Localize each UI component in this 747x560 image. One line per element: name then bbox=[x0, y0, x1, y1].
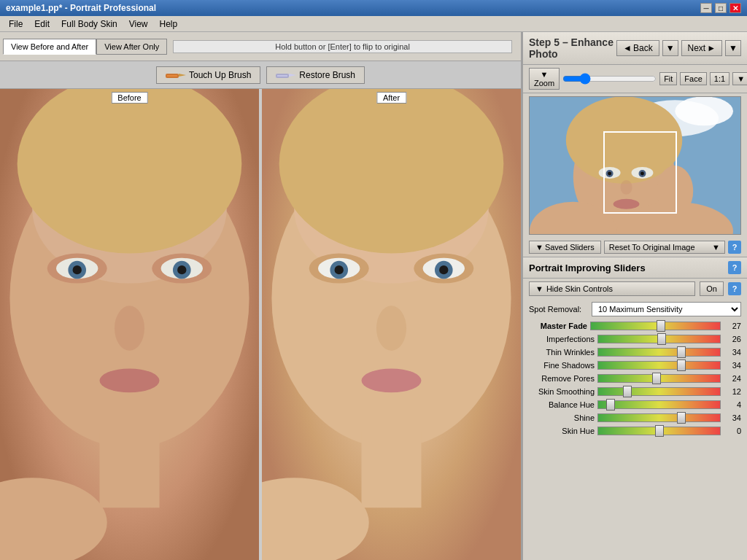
nav-dropdown-button[interactable]: ▼ bbox=[662, 40, 678, 56]
svg-marker-4 bbox=[289, 74, 296, 77]
reset-label: Reset To Original Image bbox=[609, 243, 695, 252]
menu-help[interactable]: Help bbox=[154, 18, 184, 31]
back-button[interactable]: ◄ Back bbox=[616, 40, 659, 56]
menu-edit[interactable]: Edit bbox=[28, 18, 55, 31]
slider-track-7[interactable] bbox=[597, 413, 721, 422]
slider-value-4: 24 bbox=[724, 374, 741, 383]
nav-buttons: ◄ Back ▼ Next ► ▼ bbox=[616, 40, 741, 56]
skin-controls-on-button[interactable]: On bbox=[700, 281, 724, 296]
next-dropdown-button[interactable]: ▼ bbox=[725, 40, 741, 56]
slider-row: Balance Hue4 bbox=[523, 398, 747, 411]
slider-label-6: Balance Hue bbox=[529, 400, 595, 409]
slider-thumb-7[interactable] bbox=[677, 412, 686, 424]
skin-controls-bar: ▼ Hide Skin Controls On ? bbox=[523, 279, 747, 299]
slider-value-7: 34 bbox=[724, 413, 741, 422]
slider-value-0: 27 bbox=[724, 322, 741, 330]
back-label: Back bbox=[633, 43, 653, 53]
menu-file[interactable]: File bbox=[3, 18, 28, 31]
view-toolbar: View Before and After View After Only Ho… bbox=[0, 32, 521, 61]
zoom-face-button[interactable]: Face bbox=[680, 72, 706, 85]
titlebar: example1.pp* - Portrait Professional ─ □… bbox=[0, 0, 747, 16]
slider-track-1[interactable] bbox=[597, 335, 721, 343]
slider-value-5: 12 bbox=[724, 387, 741, 396]
saved-sliders-button[interactable]: ▼ Saved Sliders bbox=[529, 241, 601, 254]
svg-marker-1 bbox=[179, 74, 186, 77]
slider-label-4: Remove Pores bbox=[529, 374, 595, 383]
reset-help-button[interactable]: ? bbox=[728, 241, 741, 254]
menu-fullbodyskin[interactable]: Full Body Skin bbox=[55, 18, 123, 31]
svg-point-17 bbox=[99, 368, 159, 392]
slider-track-8[interactable] bbox=[597, 427, 721, 435]
skin-controls-help-button[interactable]: ? bbox=[728, 282, 741, 295]
restore-brush-icon bbox=[276, 69, 296, 81]
menu-view[interactable]: View bbox=[123, 18, 154, 31]
slider-value-6: 4 bbox=[724, 400, 741, 409]
slider-track-4[interactable] bbox=[597, 374, 721, 383]
next-arrow-icon: ► bbox=[707, 43, 716, 53]
touch-up-brush-button[interactable]: Touch Up Brush bbox=[156, 66, 260, 84]
slider-track-2[interactable] bbox=[597, 348, 721, 357]
next-button[interactable]: Next ► bbox=[681, 40, 723, 56]
skin-controls-triangle-icon: ▼ bbox=[535, 284, 543, 293]
hide-skin-controls-button[interactable]: ▼ Hide Skin Controls bbox=[529, 281, 695, 296]
svg-point-35 bbox=[262, 478, 369, 560]
slider-row: Remove Pores24 bbox=[523, 372, 747, 385]
slider-thumb-6[interactable] bbox=[606, 399, 615, 411]
svg-point-15 bbox=[177, 265, 186, 274]
zoom-fit-button[interactable]: Fit bbox=[659, 72, 677, 85]
slider-thumb-3[interactable] bbox=[677, 359, 686, 371]
before-panel: Before bbox=[0, 89, 259, 560]
sliders-help-button[interactable]: ? bbox=[728, 261, 741, 274]
svg-point-30 bbox=[439, 265, 448, 274]
after-image bbox=[262, 89, 521, 560]
before-image bbox=[0, 89, 259, 560]
slider-track-3[interactable] bbox=[597, 361, 721, 370]
maximize-button[interactable]: □ bbox=[715, 3, 727, 13]
slider-label-3: Fine Shadows bbox=[529, 361, 595, 370]
sliders-header: Portrait Improving Sliders ? bbox=[523, 257, 747, 279]
view-after-only-button[interactable]: View After Only bbox=[96, 39, 167, 55]
slider-thumb-1[interactable] bbox=[657, 333, 666, 345]
saved-sliders-label: Saved Sliders bbox=[545, 243, 595, 252]
slider-thumb-8[interactable] bbox=[655, 425, 664, 437]
restore-brush-label: Restore Brush bbox=[299, 70, 355, 80]
slider-track-5[interactable] bbox=[597, 387, 721, 396]
slider-label-7: Shine bbox=[529, 413, 595, 422]
title-text: example1.pp* - Portrait Professional bbox=[6, 3, 156, 13]
minimize-button[interactable]: ─ bbox=[700, 3, 712, 13]
close-button[interactable]: ✕ bbox=[729, 3, 741, 13]
view-before-after-button[interactable]: View Before and After bbox=[3, 39, 96, 55]
zoom-1to1-button[interactable]: 1:1 bbox=[710, 72, 729, 85]
svg-point-13 bbox=[73, 265, 82, 274]
spot-removal-select[interactable]: 10 Maximum Sensitivity bbox=[592, 302, 741, 316]
after-label: After bbox=[376, 92, 406, 104]
svg-point-31 bbox=[376, 306, 406, 351]
back-arrow-icon: ◄ bbox=[623, 43, 632, 53]
slider-value-3: 34 bbox=[724, 361, 741, 370]
slider-label-5: Skin Smoothing bbox=[529, 387, 595, 396]
main-container: View Before and After View After Only Ho… bbox=[0, 32, 747, 560]
reset-dropdown-icon: ▼ bbox=[712, 243, 720, 252]
slider-thumb-5[interactable] bbox=[623, 386, 632, 397]
svg-rect-5 bbox=[277, 75, 287, 77]
saved-sliders-bar: ▼ Saved Sliders Reset To Original Image … bbox=[523, 238, 747, 257]
zoom-more-button[interactable]: ▼ bbox=[732, 72, 747, 85]
reset-to-original-button[interactable]: Reset To Original Image ▼ bbox=[604, 241, 725, 254]
zoom-label: Zoom bbox=[534, 79, 554, 88]
slider-label-1: Imperfections bbox=[529, 335, 595, 343]
restore-brush-button[interactable]: Restore Brush bbox=[266, 66, 365, 84]
spot-removal-row: Spot Removal: 10 Maximum Sensitivity bbox=[523, 299, 747, 319]
thumbnail-area bbox=[529, 96, 741, 235]
sliders-title: Portrait Improving Sliders bbox=[529, 262, 646, 273]
slider-track-0[interactable] bbox=[590, 322, 721, 330]
slider-row: Master Fade27 bbox=[523, 319, 747, 332]
slider-thumb-2[interactable] bbox=[677, 346, 686, 358]
titlebar-controls: ─ □ ✕ bbox=[700, 3, 741, 13]
slider-track-6[interactable] bbox=[597, 400, 721, 409]
slider-thumb-0[interactable] bbox=[657, 320, 665, 332]
left-panel: View Before and After View After Only Ho… bbox=[0, 32, 522, 560]
zoom-toggle-button[interactable]: ▼ Zoom bbox=[529, 68, 560, 90]
zoom-bar: ▼ Zoom Fit Face 1:1 ▼ bbox=[523, 65, 747, 93]
slider-thumb-4[interactable] bbox=[652, 373, 661, 384]
zoom-slider[interactable] bbox=[562, 74, 657, 84]
